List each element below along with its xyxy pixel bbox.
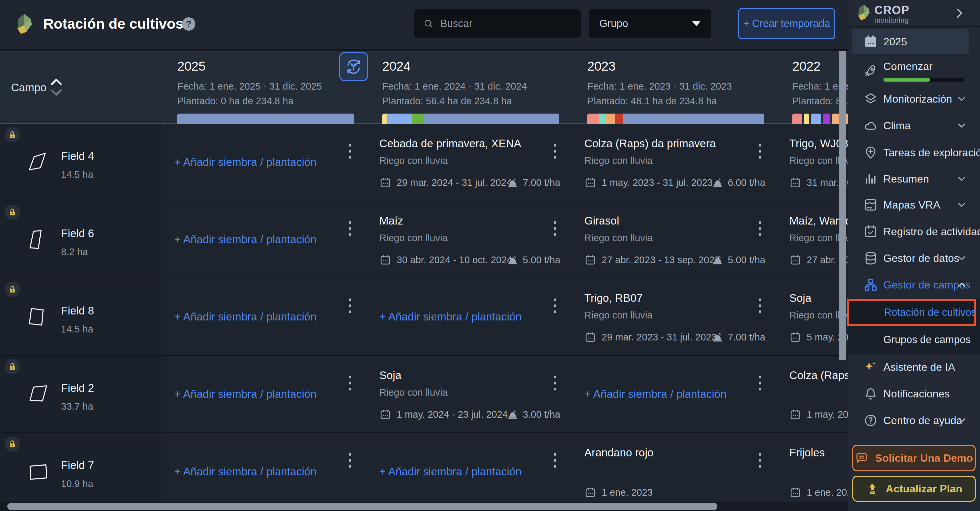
sidebar-item-label: Mapas VRA xyxy=(883,199,940,211)
help-icon[interactable]: ? xyxy=(182,17,195,31)
field-cell[interactable]: Field 4 14.5 ha xyxy=(0,124,162,200)
sidebar-item-ai-assistant[interactable]: Asistente de IA xyxy=(848,354,980,381)
calendar-check-icon xyxy=(863,224,878,239)
search-input-container[interactable] xyxy=(414,10,581,38)
add-sowing-link[interactable]: + Añadir siembra / plantación xyxy=(174,233,317,246)
rocket-icon xyxy=(863,63,878,78)
cell-menu-icon[interactable] xyxy=(554,298,556,313)
sidebar-item-weather[interactable]: Clima xyxy=(848,112,980,139)
crop-name[interactable]: Maíz xyxy=(379,214,403,227)
cell-menu-icon[interactable] xyxy=(348,144,352,159)
calendar-icon xyxy=(789,408,801,421)
crop-name[interactable]: Colza (Raps) da primavera xyxy=(584,137,716,150)
add-sowing-link[interactable]: + Añadir siembra / plantación xyxy=(174,388,317,400)
sidebar-item-scouting-tasks[interactable]: Tareas de exploración xyxy=(848,139,980,166)
crop-name[interactable]: Girasol xyxy=(584,214,619,227)
season-cell: Frijoles 1 ene. 2022 xyxy=(777,433,848,510)
field-area: 33.7 ha xyxy=(61,401,93,412)
season-year: 2024 xyxy=(382,59,572,74)
sidebar-item-field-manager[interactable]: Gestor de campos xyxy=(848,271,980,298)
crop-name[interactable]: Trigo, RB07 xyxy=(584,292,643,305)
field-cell[interactable]: Field 8 14.5 ha xyxy=(0,278,162,355)
calendar-icon xyxy=(789,254,801,266)
cell-menu-icon[interactable] xyxy=(759,298,761,313)
season-cell: + Añadir siembra / plantación xyxy=(162,356,367,432)
field-boundary-icon xyxy=(27,384,50,405)
add-sowing-link[interactable]: + Añadir siembra / plantación xyxy=(379,465,522,478)
field-cell[interactable]: Field 7 10.9 ha xyxy=(0,433,162,510)
season-cell: + Añadir siembra / plantación xyxy=(162,124,367,200)
cell-menu-icon[interactable] xyxy=(759,221,761,236)
app-logo-icon xyxy=(13,13,35,35)
sidebar-item-vra-maps[interactable]: Mapas VRA xyxy=(848,192,980,218)
search-icon xyxy=(423,17,434,30)
add-sowing-link[interactable]: + Añadir siembra / plantación xyxy=(584,388,727,400)
request-demo-button[interactable]: Solicitar Una Demo xyxy=(852,445,976,471)
crop-name[interactable]: Frijoles xyxy=(789,446,825,459)
add-sowing-link[interactable]: + Añadir siembra / plantación xyxy=(379,311,522,323)
calendar-icon xyxy=(379,254,391,266)
hierarchy-icon xyxy=(863,278,878,292)
cell-menu-icon[interactable] xyxy=(554,376,556,390)
calendar-icon xyxy=(584,254,597,266)
yield-icon xyxy=(712,254,724,266)
field-cell[interactable]: Field 6 8.2 ha xyxy=(0,201,162,278)
add-sowing-link[interactable]: + Añadir siembra / plantación xyxy=(174,156,317,168)
cloud-icon xyxy=(863,118,878,133)
sort-icon[interactable] xyxy=(49,77,64,98)
horizontal-scrollbar-track[interactable] xyxy=(0,501,848,511)
cell-menu-icon[interactable] xyxy=(759,453,761,468)
crop-yield: 3.00 t/ha xyxy=(507,408,560,421)
sidebar-item-label: Comenzar xyxy=(883,60,933,73)
add-sowing-link[interactable]: + Añadir siembra / plantación xyxy=(174,465,317,478)
crop-yield-text: 5.00 t/ha xyxy=(728,254,765,265)
crop-yield: 7.00 t/ha xyxy=(712,331,765,343)
cell-menu-icon[interactable] xyxy=(348,453,352,468)
sidebar-item-activity-log[interactable]: Registro de actividad xyxy=(848,218,980,245)
add-sowing-link[interactable]: + Añadir siembra / plantación xyxy=(174,311,317,323)
cell-menu-icon[interactable] xyxy=(348,376,352,390)
sparkles-icon xyxy=(863,360,878,375)
crop-yield-text: 7.00 t/ha xyxy=(728,332,765,343)
cell-menu-icon[interactable] xyxy=(554,221,556,236)
upgrade-plan-button[interactable]: Actualizar Plan xyxy=(852,476,976,501)
cell-menu-icon[interactable] xyxy=(554,144,556,159)
crop-dates-text: 1 may. 2023 - 31 jul. 2023 xyxy=(602,177,713,188)
crop-name[interactable]: Soja xyxy=(789,292,811,305)
submenu-item-field-groups[interactable]: Grupos de campos xyxy=(848,327,980,352)
crop-dates: 1 may. 2022 xyxy=(789,408,848,421)
cell-menu-icon[interactable] xyxy=(348,298,352,313)
cell-menu-icon[interactable] xyxy=(554,453,556,468)
crop-name[interactable]: Soja xyxy=(379,369,401,382)
cell-menu-icon[interactable] xyxy=(348,221,352,236)
submenu-item-crop-rotation[interactable]: Rotación de cultivos xyxy=(847,299,976,326)
sidebar-item-notifications[interactable]: Notificaciones xyxy=(848,381,980,407)
crop-irrigation: Riego con lluvia xyxy=(379,387,448,398)
crop-name[interactable]: Arandano rojo xyxy=(584,446,653,459)
field-column-header[interactable]: Campo xyxy=(11,81,46,94)
crop-rotation-suggest-button[interactable] xyxy=(339,52,368,81)
sidebar: CROP monitoring 2025 Comenzar xyxy=(848,0,980,511)
sidebar-item-summary[interactable]: Resumen xyxy=(848,165,980,192)
cell-menu-icon[interactable] xyxy=(759,144,761,159)
calendar-icon xyxy=(863,34,878,49)
crop-name[interactable]: Colza (Raps xyxy=(789,369,848,382)
cell-menu-icon[interactable] xyxy=(759,376,761,390)
crop-dates-text: 1 may. 2024 - 23 jul. 2024 xyxy=(397,409,508,420)
sidebar-item-season-2025[interactable]: 2025 xyxy=(852,29,969,54)
vertical-scrollbar-thumb[interactable] xyxy=(838,51,846,360)
collapse-sidebar-icon[interactable] xyxy=(953,7,965,19)
crop-yield-text: 5.00 t/ha xyxy=(523,254,560,265)
sidebar-item-help-center[interactable]: Centro de ayuda xyxy=(848,407,980,434)
sidebar-item-data-manager[interactable]: Gestor de datos xyxy=(848,245,980,271)
sidebar-item-monitoring[interactable]: Monitorización xyxy=(848,86,980,112)
field-name: Field 6 xyxy=(61,227,94,240)
crop-name[interactable]: Cebada de primavera, XENA xyxy=(379,137,521,150)
create-season-button[interactable]: + Crear temporada xyxy=(738,8,835,39)
group-dropdown-value: Grupo xyxy=(599,17,628,30)
sidebar-item-get-started[interactable]: Comenzar xyxy=(848,57,980,84)
horizontal-scrollbar-thumb[interactable] xyxy=(7,503,718,510)
group-dropdown[interactable]: Grupo xyxy=(589,10,711,38)
search-input[interactable] xyxy=(440,17,572,30)
field-cell[interactable]: Field 2 33.7 ha xyxy=(0,356,162,432)
